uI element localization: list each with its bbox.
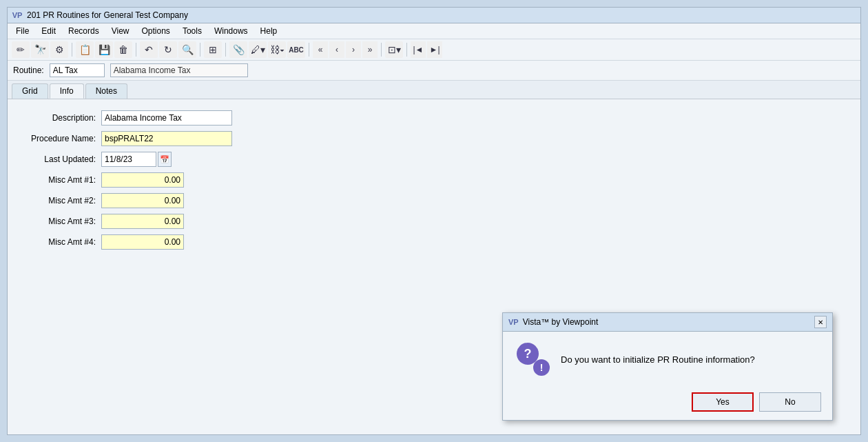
binoculars-icon[interactable]: 🔭 [31,41,49,58]
stamp-dropdown-icon[interactable]: 🖊▾ [249,41,267,58]
menu-bar: File Edit Records View Options Tools Win… [8,23,860,39]
tabs-bar: Grid Info Notes [8,81,860,99]
save-icon[interactable]: 💾 [95,41,113,58]
nav-next-icon[interactable]: › [346,41,361,58]
routine-name-input [110,63,248,77]
routine-code-input[interactable] [50,63,105,77]
settings-icon[interactable]: ⚙ [50,41,68,58]
toolbar-separator-7 [406,43,407,57]
dialog-body: ? ! Do you want to initialize PR Routine… [503,332,832,387]
exclamation-icon: ! [533,359,550,376]
menu-records[interactable]: Records [63,25,105,37]
menu-tools[interactable]: Tools [177,25,207,37]
find-icon[interactable]: 🔍 [178,41,196,58]
dialog-icon-area: ? ! [517,343,550,376]
content-area: Description: Procedure Name: Last Update… [8,99,860,434]
nav-last-icon[interactable]: » [362,41,378,58]
view-toggle-icon[interactable]: ⊡▾ [385,41,403,58]
delete-icon[interactable]: 🗑 [114,41,132,58]
app-icon: VP [12,10,23,21]
attach-icon[interactable]: 📎 [229,41,247,58]
tab-grid[interactable]: Grid [12,83,48,99]
dialog-title-bar: VP Vista™ by Viewpoint ✕ [503,313,832,332]
spellcheck-icon[interactable]: ABC [287,41,305,58]
tab-info[interactable]: Info [50,83,84,99]
routine-label: Routine: [13,66,44,75]
undo-icon[interactable]: ↶ [140,41,158,58]
document-icon[interactable]: 📋 [76,41,94,58]
dialog-title-left: VP Vista™ by Viewpoint [508,317,598,327]
menu-file[interactable]: File [10,25,34,37]
record-first-icon[interactable]: |◄ [411,41,426,58]
dialog: VP Vista™ by Viewpoint ✕ ? ! Do you want… [502,312,833,421]
toolbar: ✏ 🔭 ⚙ 📋 💾 🗑 ↶ ↻ 🔍 ⊞ 📎 🖊▾ ⛓▾ ABC « ‹ › » … [8,39,860,61]
yes-button[interactable]: Yes [692,392,754,412]
refresh-icon[interactable]: ↻ [159,41,177,58]
dialog-message: Do you want to initialize PR Routine inf… [561,354,755,365]
edit-icon[interactable]: ✏ [12,41,30,58]
dialog-app-icon: VP [508,318,519,326]
toolbar-separator-5 [309,43,309,57]
toolbar-separator-6 [381,43,382,57]
toolbar-separator-2 [136,43,136,57]
nav-first-icon[interactable]: « [313,41,328,58]
toolbar-separator-1 [72,43,72,57]
dialog-title-text: Vista™ by Viewpoint [523,317,599,327]
nav-prev-icon[interactable]: ‹ [329,41,344,58]
dialog-footer: Yes No [503,387,832,420]
toolbar-separator-4 [225,43,226,57]
menu-help[interactable]: Help [255,25,283,37]
link-icon[interactable]: ⛓▾ [268,41,286,58]
menu-windows[interactable]: Windows [209,25,254,37]
record-last-icon[interactable]: ►| [427,41,442,58]
toolbar-separator-3 [200,43,200,57]
menu-options[interactable]: Options [136,25,176,37]
routine-bar: Routine: [8,61,860,81]
menu-view[interactable]: View [106,25,135,37]
main-window: VP 201 PR Routines for General Test Comp… [7,7,861,435]
no-button[interactable]: No [759,392,821,412]
dialog-overlay: VP Vista™ by Viewpoint ✕ ? ! Do you want… [8,99,860,434]
menu-edit[interactable]: Edit [36,25,61,37]
title-bar: VP 201 PR Routines for General Test Comp… [8,8,860,23]
dialog-close-button[interactable]: ✕ [814,316,827,328]
window-title: 201 PR Routines for General Test Company [27,10,188,20]
tab-notes[interactable]: Notes [85,83,127,99]
grid-icon[interactable]: ⊞ [204,41,222,58]
